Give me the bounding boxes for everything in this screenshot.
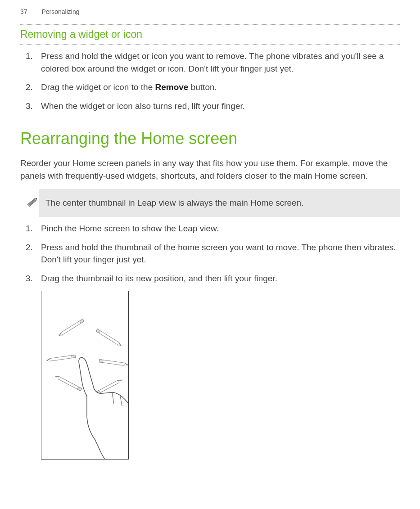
step-text-post: button. (188, 82, 217, 92)
divider (20, 24, 400, 25)
step-item: Drag the thumbnail to its new position, … (39, 272, 400, 285)
step-text: Drag the thumbnail to its new position, … (41, 274, 277, 283)
heading-rearranging: Rearranging the Home screen (20, 129, 400, 148)
pencil-icon (61, 319, 85, 336)
step-text-bold: Remove (155, 82, 188, 92)
subheading-removing: Removing a widget or icon (20, 26, 400, 43)
subheading-wrap-1: Removing a widget or icon (20, 24, 400, 45)
step-text: Press and hold the thumbnail of the home… (41, 243, 396, 265)
page-content: Removing a widget or icon Press and hold… (0, 24, 420, 459)
step-item: Drag the widget or icon to the Remove bu… (39, 81, 400, 94)
pinch-illustration (41, 291, 129, 459)
step-item: Pinch the Home screen to show the Leap v… (39, 222, 400, 235)
hand-icon (71, 352, 129, 459)
step-text: Pinch the Home screen to show the Leap v… (41, 224, 219, 233)
note-wrapper: The center thumbnail in Leap view is alw… (20, 189, 400, 217)
note-box: The center thumbnail in Leap view is alw… (39, 189, 400, 217)
step-item: Press and hold the widget or icon you wa… (39, 50, 400, 75)
step-item: Press and hold the thumbnail of the home… (39, 241, 400, 266)
page-header: 37 Personalizing (0, 0, 420, 23)
note-text: The center thumbnail in Leap view is alw… (45, 197, 303, 209)
step-text: When the widget or icon also turns red, … (41, 101, 245, 111)
page-number: 37 (20, 8, 27, 15)
steps-list-2: Pinch the Home screen to show the Leap v… (20, 222, 400, 284)
section-name: Personalizing (41, 8, 79, 15)
step-text-pre: Drag the widget or icon to the (41, 82, 155, 92)
steps-list-1: Press and hold the widget or icon you wa… (20, 50, 400, 112)
pencil-icon (26, 195, 39, 211)
pencil-icon (96, 329, 120, 346)
step-text: Press and hold the widget or icon you wa… (41, 51, 384, 73)
divider (20, 44, 400, 45)
step-item: When the widget or icon also turns red, … (39, 100, 400, 113)
svg-rect-0 (28, 199, 36, 206)
intro-paragraph: Reorder your Home screen panels in any w… (20, 157, 400, 182)
